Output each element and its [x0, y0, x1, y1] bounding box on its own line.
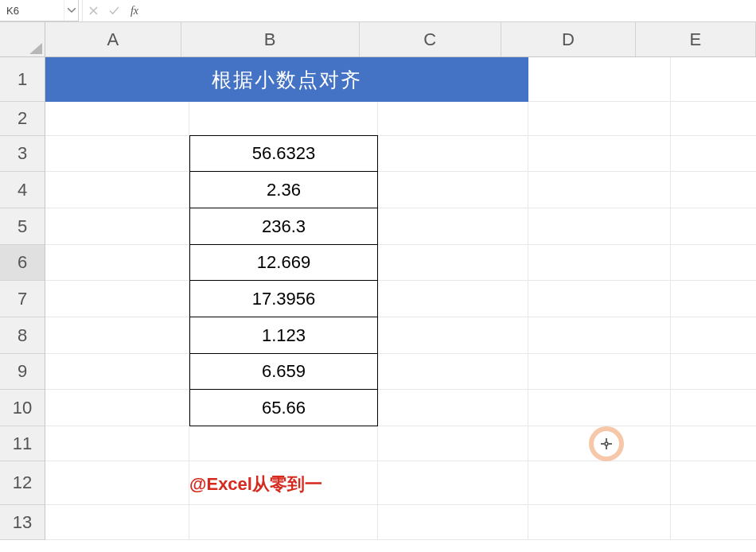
select-all-corner[interactable]	[0, 22, 45, 57]
data-cell[interactable]: 56.6323	[189, 135, 378, 172]
data-cell-value: 2.36	[267, 180, 301, 200]
row-header-7[interactable]: 7	[0, 281, 45, 317]
row-header-3[interactable]: 3	[0, 136, 45, 172]
row-header-1[interactable]: 1	[0, 57, 45, 102]
column-header-A[interactable]: A	[45, 22, 181, 56]
data-cell-value: 1.123	[262, 325, 306, 346]
title-cell[interactable]: 根据小数点对齐	[45, 57, 528, 102]
row-header-10[interactable]: 10	[0, 390, 45, 426]
row-header-6[interactable]: 6	[0, 245, 45, 281]
gridline-horizontal	[45, 208, 756, 208]
data-cell-value: 17.3956	[252, 289, 316, 309]
column-header-E[interactable]: E	[636, 22, 756, 56]
column-header-C[interactable]: C	[360, 22, 501, 56]
gridline-horizontal	[45, 171, 756, 172]
row-header-5[interactable]: 5	[0, 208, 45, 245]
title-text: 根据小数点对齐	[212, 67, 362, 93]
data-cell[interactable]: 1.123	[189, 317, 378, 354]
gridline-horizontal	[45, 353, 756, 354]
row-header-12[interactable]: 12	[0, 461, 45, 505]
name-box-text: K6	[0, 5, 64, 17]
row-header-4[interactable]: 4	[0, 172, 45, 208]
gridline-vertical	[670, 57, 671, 540]
gridline-horizontal	[45, 389, 756, 390]
cells-area[interactable]: 根据小数点对齐56.63232.36236.312.66917.39561.12…	[45, 57, 756, 552]
gridline-horizontal	[45, 461, 756, 461]
cancel-icon[interactable]	[83, 0, 103, 21]
row-header-2[interactable]: 2	[0, 102, 45, 136]
row-header-13[interactable]: 13	[0, 505, 45, 540]
gridline-horizontal	[45, 280, 756, 281]
gridline-vertical	[528, 57, 528, 540]
gridline-horizontal	[45, 426, 756, 426]
gridline-horizontal	[45, 135, 756, 136]
spreadsheet-grid: ABCDE 12345678910111213 根据小数点对齐56.63232.…	[0, 22, 756, 552]
data-cell-value: 56.6323	[252, 143, 316, 164]
name-box-dropdown-icon[interactable]	[64, 0, 78, 21]
gridline-horizontal	[45, 539, 756, 540]
name-box[interactable]: K6	[0, 0, 79, 21]
row-header-9[interactable]: 9	[0, 354, 45, 390]
gridline-horizontal	[45, 244, 756, 245]
formula-bar: K6 fx	[0, 0, 756, 22]
data-cell[interactable]: 2.36	[189, 171, 378, 208]
data-cell-value: 6.659	[262, 361, 306, 382]
column-header-D[interactable]: D	[501, 22, 636, 56]
column-header-B[interactable]: B	[181, 22, 360, 56]
data-cell[interactable]: 12.669	[189, 244, 378, 281]
data-cell[interactable]: 236.3	[189, 208, 378, 245]
gridline-horizontal	[45, 317, 756, 317]
data-cell[interactable]: 65.66	[189, 389, 378, 426]
fx-icon[interactable]: fx	[124, 0, 145, 21]
data-cell[interactable]: 6.659	[189, 353, 378, 390]
data-cell-value: 65.66	[262, 398, 306, 418]
row-headers: 12345678910111213	[0, 57, 45, 540]
column-headers: ABCDE	[45, 22, 756, 57]
data-cell-value: 236.3	[262, 216, 306, 237]
formula-input[interactable]	[145, 0, 756, 21]
data-cell-value: 12.669	[257, 252, 310, 273]
enter-icon[interactable]	[103, 0, 124, 21]
attribution-text: @Excel从零到一	[189, 472, 322, 496]
data-cell[interactable]: 17.3956	[189, 280, 378, 317]
row-header-11[interactable]: 11	[0, 426, 45, 461]
gridline-horizontal	[45, 504, 756, 505]
row-header-8[interactable]: 8	[0, 317, 45, 354]
